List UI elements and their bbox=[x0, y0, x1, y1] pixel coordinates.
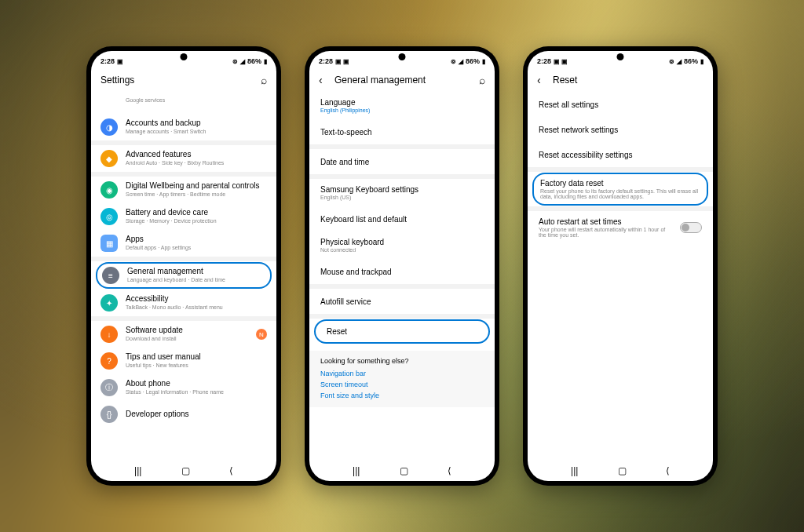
divider bbox=[528, 167, 713, 172]
status-time: 2:28 bbox=[319, 57, 333, 65]
nav-back[interactable]: ⟨ bbox=[448, 465, 451, 476]
nav-home[interactable]: ▢ bbox=[181, 465, 190, 476]
row-battery[interactable]: ◎ Battery and device care Storage · Memo… bbox=[91, 203, 276, 230]
row-wellbeing[interactable]: ◉ Digital Wellbeing and parental control… bbox=[91, 177, 276, 203]
row-factory-reset[interactable]: Factory data reset Reset your phone to i… bbox=[532, 173, 708, 206]
header: ‹ General management ⌕ bbox=[309, 68, 495, 92]
accounts-icon: ◑ bbox=[100, 118, 118, 136]
row-reset-network[interactable]: Reset network settings bbox=[528, 117, 713, 142]
row-language[interactable]: Language English (Philippines) bbox=[309, 92, 495, 119]
row-title: Reset accessibility settings bbox=[539, 151, 702, 159]
row-title: Text-to-speech bbox=[320, 128, 484, 137]
row-tips[interactable]: ? Tips and user manual Useful tips · New… bbox=[91, 348, 276, 374]
row-sub: English (US) bbox=[320, 195, 484, 200]
update-icon: ↓ bbox=[100, 326, 118, 343]
back-icon[interactable]: ‹ bbox=[537, 74, 550, 86]
row-reset-accessibility[interactable]: Reset accessibility settings bbox=[528, 142, 713, 167]
signal-icon: ◢ bbox=[459, 58, 463, 65]
general-mgmt-list[interactable]: Language English (Philippines) Text-to-s… bbox=[309, 92, 495, 461]
row-sub: Useful tips · New features bbox=[126, 363, 267, 369]
nav-bar: ||| ▢ ⟨ bbox=[91, 461, 276, 481]
row-title: Samsung Keyboard settings bbox=[320, 185, 484, 194]
row-title: Date and time bbox=[320, 158, 484, 166]
row-title: Apps bbox=[126, 235, 267, 244]
row-sub: Not connected bbox=[320, 247, 484, 253]
suggest-timeout[interactable]: Screen timeout bbox=[320, 379, 484, 390]
row-google[interactable]: Google services bbox=[91, 92, 276, 114]
row-title: Software update bbox=[126, 326, 256, 335]
nav-recent[interactable]: ||| bbox=[353, 465, 360, 476]
auto-restart-toggle[interactable] bbox=[680, 222, 702, 233]
battery-icon: ▮ bbox=[700, 58, 704, 65]
row-title: Factory data reset bbox=[540, 179, 700, 188]
nav-home[interactable]: ▢ bbox=[400, 465, 408, 476]
update-badge: N bbox=[256, 329, 267, 340]
general-mgmt-icon: ≡ bbox=[102, 267, 119, 284]
row-software-update[interactable]: ↓ Software update Download and install N bbox=[91, 321, 276, 348]
row-general-management[interactable]: ≡ General management Language and keyboa… bbox=[96, 262, 272, 289]
camera-notch bbox=[617, 53, 624, 60]
row-keyboard-list[interactable]: Keyboard list and default bbox=[309, 206, 495, 231]
wifi-icon: ⊚ bbox=[451, 58, 456, 65]
row-title: General management bbox=[127, 267, 265, 276]
nav-back[interactable]: ⟨ bbox=[229, 465, 233, 476]
row-advanced[interactable]: ◆ Advanced features Android Auto · Side … bbox=[91, 145, 276, 172]
row-date-time[interactable]: Date and time bbox=[309, 149, 495, 174]
search-icon[interactable]: ⌕ bbox=[479, 74, 485, 86]
row-reset-all[interactable]: Reset all settings bbox=[528, 92, 713, 117]
status-time: 2:28 bbox=[100, 57, 115, 65]
nav-recent[interactable]: ||| bbox=[134, 465, 141, 476]
row-mouse[interactable]: Mouse and trackpad bbox=[309, 259, 495, 284]
nav-recent[interactable]: ||| bbox=[571, 465, 578, 476]
row-title: Accessibility bbox=[126, 294, 267, 304]
row-sub: Status · Legal information · Phone name bbox=[126, 389, 267, 395]
status-icon: ▣ bbox=[117, 58, 123, 65]
camera-notch bbox=[399, 53, 406, 60]
divider bbox=[309, 314, 495, 319]
settings-list[interactable]: Google services ◑ Accounts and backup Ma… bbox=[91, 92, 276, 461]
battery-text: 86% bbox=[247, 57, 261, 65]
tips-icon: ? bbox=[100, 352, 118, 370]
status-icon: ▣ ▣ bbox=[554, 58, 568, 65]
row-sub: Language and keyboard · Date and time bbox=[127, 277, 265, 283]
row-sub: Default apps · App settings bbox=[126, 245, 267, 251]
row-accounts[interactable]: ◑ Accounts and backup Manage accounts · … bbox=[91, 114, 276, 140]
nav-home[interactable]: ▢ bbox=[618, 465, 627, 476]
signal-icon: ◢ bbox=[677, 58, 682, 65]
back-icon[interactable]: ‹ bbox=[319, 74, 331, 86]
row-sub: Download and install bbox=[126, 336, 256, 342]
row-accessibility[interactable]: ✦ Accessibility TalkBack · Mono audio · … bbox=[91, 290, 276, 316]
screen: 2:28 ▣ ▣ ⊚ ◢ 86% ▮ ‹ Reset Reset all set… bbox=[528, 51, 713, 481]
nav-back[interactable]: ⟨ bbox=[666, 465, 670, 476]
row-keyboard-settings[interactable]: Samsung Keyboard settings English (US) bbox=[309, 179, 495, 206]
advanced-icon: ◆ bbox=[100, 150, 118, 167]
phone-reset: 2:28 ▣ ▣ ⊚ ◢ 86% ▮ ‹ Reset Reset all set… bbox=[523, 46, 718, 486]
status-time: 2:28 bbox=[537, 57, 551, 65]
row-developer[interactable]: {} Developer options bbox=[91, 401, 276, 428]
accessibility-icon: ✦ bbox=[100, 294, 118, 312]
row-sub: English (Philippines) bbox=[320, 107, 484, 113]
page-title: Reset bbox=[553, 75, 704, 86]
row-reset[interactable]: Reset bbox=[314, 319, 490, 344]
apps-icon: ▦ bbox=[100, 235, 118, 252]
row-title: Mouse and trackpad bbox=[320, 268, 484, 276]
reset-list[interactable]: Reset all settings Reset network setting… bbox=[528, 92, 713, 461]
row-title: Advanced features bbox=[126, 150, 267, 159]
developer-icon: {} bbox=[100, 406, 118, 423]
row-physical-keyboard[interactable]: Physical keyboard Not connected bbox=[309, 231, 495, 259]
row-tts[interactable]: Text-to-speech bbox=[309, 119, 495, 144]
suggest-navbar[interactable]: Navigation bar bbox=[320, 368, 484, 379]
suggest-font[interactable]: Font size and style bbox=[320, 390, 484, 401]
row-apps[interactable]: ▦ Apps Default apps · App settings bbox=[91, 230, 276, 257]
screen: 2:28 ▣ ▣ ⊚ ◢ 86% ▮ ‹ General management … bbox=[309, 51, 495, 481]
phone-general-management: 2:28 ▣ ▣ ⊚ ◢ 86% ▮ ‹ General management … bbox=[305, 46, 499, 486]
row-auto-restart[interactable]: Auto restart at set times Your phone wil… bbox=[528, 211, 713, 244]
row-title: Auto restart at set times bbox=[539, 217, 674, 226]
suggestions: Looking for something else? Navigation b… bbox=[309, 351, 495, 407]
row-title: Digital Wellbeing and parental controls bbox=[126, 181, 267, 191]
camera-notch bbox=[181, 53, 188, 60]
row-title: Reset bbox=[327, 327, 477, 336]
row-about[interactable]: ⓘ About phone Status · Legal information… bbox=[91, 374, 276, 401]
search-icon[interactable]: ⌕ bbox=[261, 74, 267, 86]
row-autofill[interactable]: Autofill service bbox=[309, 289, 495, 314]
